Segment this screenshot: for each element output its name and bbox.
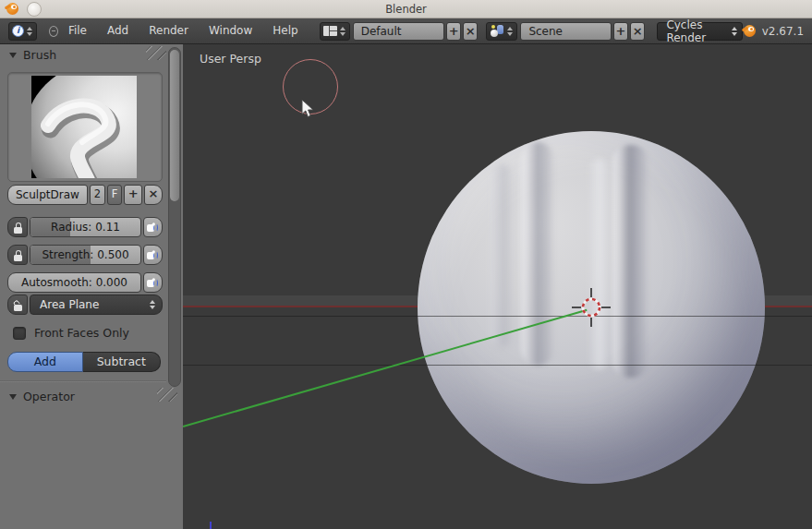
delete-scene-button[interactable]: × <box>630 22 645 41</box>
info-editor-icon: i <box>12 25 24 37</box>
render-engine-value: Cycles Render <box>666 18 732 44</box>
scene-selector[interactable] <box>486 22 517 41</box>
panel-scrollbar-track[interactable] <box>168 47 181 387</box>
strength-pressure-button[interactable] <box>143 245 163 265</box>
layout-name-field[interactable]: Default <box>353 22 444 41</box>
cursor-3d-crosshair <box>569 285 613 330</box>
add-scene-button[interactable]: + <box>613 22 628 41</box>
blender-window: { "window": { "title": "Blender" }, "hea… <box>0 0 812 529</box>
close-icon: × <box>466 24 476 38</box>
plus-icon: + <box>449 24 459 38</box>
unlock-icon <box>14 300 22 311</box>
front-faces-row: Front Faces Only <box>13 326 129 340</box>
panel-scrollbar-thumb[interactable] <box>170 50 179 201</box>
autosmooth-pressure-button[interactable] <box>143 272 163 293</box>
collapse-menus-icon[interactable] <box>49 26 58 37</box>
view-name-label: User Persp <box>200 52 261 66</box>
z-axis-line <box>210 522 212 529</box>
plus-icon: + <box>128 186 139 200</box>
sculpt-stroke <box>521 142 554 366</box>
brush-preview-image <box>31 76 137 178</box>
render-engine-dropdown[interactable]: Cycles Render <box>657 22 742 41</box>
add-brush-button[interactable]: + <box>124 185 142 205</box>
operator-panel-header[interactable]: Operator <box>9 390 75 403</box>
chevron-updown-icon <box>149 300 156 309</box>
chevron-updown-icon <box>732 27 738 36</box>
window-title: Blender <box>0 0 812 18</box>
users-count-button[interactable]: 2 <box>90 185 105 205</box>
radius-value: Radius: 0.11 <box>30 218 140 236</box>
grid-line <box>183 365 812 366</box>
strength-unified-lock-button[interactable] <box>7 245 28 265</box>
operator-panel-title: Operator <box>23 390 75 403</box>
panel-drag-grip-icon[interactable] <box>157 388 177 402</box>
plane-lock-button[interactable] <box>7 295 28 315</box>
brush-preview-frame[interactable] <box>7 72 163 182</box>
grid-line <box>183 316 812 317</box>
menu-add[interactable]: Add <box>97 18 139 43</box>
brush-datablock-row: SculptDraw 2 F + × <box>7 185 163 205</box>
chevron-updown-icon <box>339 27 346 36</box>
autosmooth-value: Autosmooth: 0.000 <box>8 273 140 292</box>
sculpt-stroke <box>490 164 514 347</box>
sculpt-plane-value: Area Plane <box>40 298 99 311</box>
radius-unified-lock-button[interactable] <box>7 217 28 237</box>
info-header: i File Add Render Window Help Default + … <box>0 18 812 44</box>
strength-value: Strength: 0.500 <box>30 246 140 264</box>
radius-pressure-button[interactable] <box>143 217 163 237</box>
screen-layout-selector[interactable] <box>320 22 350 41</box>
unlink-brush-button[interactable]: × <box>144 185 163 205</box>
menu-file[interactable]: File <box>58 18 97 43</box>
autosmooth-row: Autosmooth: 0.000 <box>7 272 163 293</box>
direction-add-button[interactable]: Add <box>7 352 83 372</box>
plus-icon: + <box>616 24 626 38</box>
menu-help[interactable]: Help <box>262 18 308 43</box>
blender-logo-icon <box>743 24 757 38</box>
close-icon: × <box>149 186 159 200</box>
lock-icon <box>14 222 22 234</box>
radius-row: Radius: 0.11 <box>7 217 163 237</box>
sculpt-plane-dropdown[interactable]: Area Plane <box>30 295 163 315</box>
sculpt-stroke <box>612 145 648 378</box>
panel-drag-grip-icon[interactable] <box>146 46 166 60</box>
scene-icon <box>490 25 504 37</box>
front-faces-label: Front Faces Only <box>34 326 129 340</box>
brush-panel-header[interactable]: Brush <box>9 48 56 62</box>
scene-name-field[interactable]: Scene <box>520 22 612 41</box>
viewport-3d[interactable]: User Persp <box>183 44 812 529</box>
editor-type-selector[interactable]: i <box>8 22 37 41</box>
sculpt-stroke-highlight <box>588 159 610 369</box>
os-titlebar: Blender <box>0 0 812 18</box>
chevron-updown-icon <box>26 27 33 36</box>
sculpt-plane-row: Area Plane <box>7 295 163 315</box>
menu-render[interactable]: Render <box>139 18 199 43</box>
direction-subtract-button[interactable]: Subtract <box>83 352 161 372</box>
tool-panel: Brush SculptDraw 2 F + × Radius: 0.11 <box>0 44 183 529</box>
autosmooth-slider[interactable]: Autosmooth: 0.000 <box>7 272 141 293</box>
direction-toggle: Add Subtract <box>7 352 161 372</box>
version-label: v2.67.1 <box>762 25 804 38</box>
panel-divider <box>0 380 166 382</box>
lock-icon <box>14 250 22 261</box>
collapse-triangle-icon <box>9 394 17 400</box>
brush-panel-title: Brush <box>23 48 56 62</box>
mouse-cursor <box>301 99 316 119</box>
close-icon: × <box>633 24 643 38</box>
fake-user-button[interactable]: F <box>107 185 122 205</box>
chevron-updown-icon <box>506 27 514 36</box>
menu-window[interactable]: Window <box>199 18 262 43</box>
radius-slider[interactable]: Radius: 0.11 <box>30 217 141 237</box>
add-layout-button[interactable]: + <box>446 22 461 41</box>
front-faces-checkbox[interactable] <box>13 327 26 340</box>
screen-layout-icon <box>323 26 337 36</box>
brush-name-field[interactable]: SculptDraw <box>7 185 88 205</box>
collapse-triangle-icon <box>9 53 17 58</box>
strength-row: Strength: 0.500 <box>7 245 163 265</box>
delete-layout-button[interactable]: × <box>463 22 478 41</box>
strength-slider[interactable]: Strength: 0.500 <box>30 245 141 265</box>
